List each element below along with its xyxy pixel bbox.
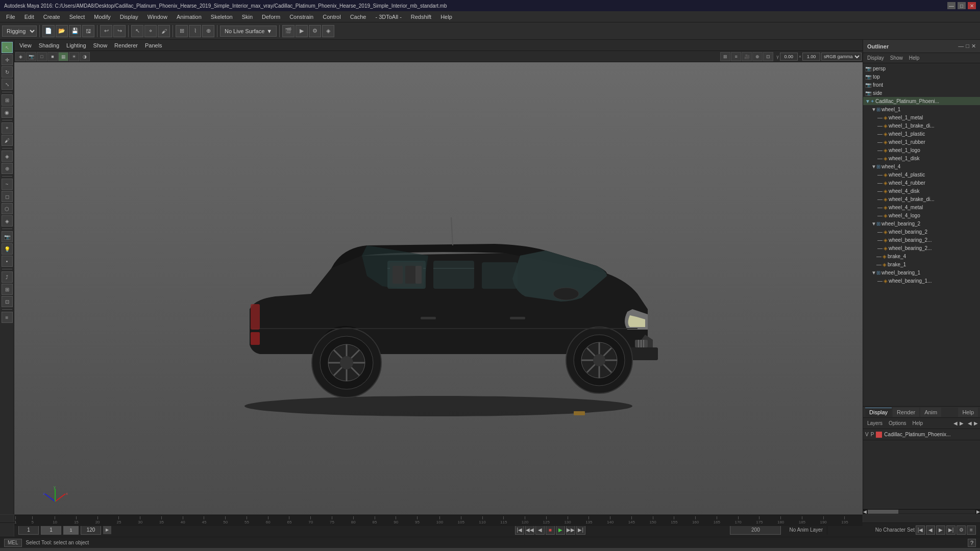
paint-select-btn[interactable]: 🖌	[2, 135, 13, 146]
lasso-tool-btn[interactable]: ⌖	[2, 122, 13, 134]
outliner-front[interactable]: 📷 front	[863, 81, 980, 89]
playback-end-input[interactable]	[730, 525, 781, 535]
menu-file[interactable]: File	[2, 13, 19, 21]
scrollbar-thumb[interactable]	[868, 510, 898, 514]
stop-btn[interactable]: ■	[546, 525, 555, 535]
subdiv-btn[interactable]: ◈	[2, 215, 13, 227]
char-set-2-btn[interactable]: ◀	[926, 525, 935, 535]
rotate-tool-btn[interactable]: ↻	[2, 66, 13, 78]
render-tab[interactable]: Render	[893, 408, 919, 417]
outliner-tab-display[interactable]: Display	[865, 55, 886, 61]
outliner-tree[interactable]: 📷 persp 📷 top 📷 front 📷 side ▼ ✦ Cadilla…	[863, 63, 980, 406]
new-file-btn[interactable]: 📄	[42, 25, 55, 37]
vp-select-all-btn[interactable]: ◈	[15, 52, 26, 61]
vp-shade-btn[interactable]: ◑	[80, 52, 90, 61]
menu-3dtall[interactable]: - 3DToAll -	[371, 13, 405, 21]
frame-end-arrow[interactable]: ▶	[103, 526, 111, 534]
char-set-settings-btn[interactable]: ⚙	[957, 525, 966, 535]
snap-curve-btn[interactable]: ⌇	[189, 25, 201, 37]
menu-skeleton[interactable]: Skeleton	[207, 13, 237, 21]
menu-animation[interactable]: Animation	[173, 13, 206, 21]
outliner-side[interactable]: 📷 side	[863, 89, 980, 97]
nav-left-btn[interactable]: ◀	[953, 420, 958, 426]
vp-wireframe-btn[interactable]: □	[37, 52, 47, 61]
live-surface-btn[interactable]: No Live Surface ▼	[220, 26, 277, 37]
menu-select[interactable]: Select	[65, 13, 89, 21]
status-help-btn[interactable]: ?	[968, 539, 976, 547]
outliner-wheel1-metal[interactable]: — ◈ wheel_1_metal	[863, 113, 980, 121]
vp-textured-btn[interactable]: ▦	[58, 52, 68, 61]
nav-right2-btn[interactable]: ▶	[974, 420, 978, 426]
outliner-wb2-3[interactable]: — ◈ wheel_bearing_2...	[863, 244, 980, 252]
outliner-wheel4-rubber[interactable]: — ◈ wheel_4_rubber	[863, 179, 980, 187]
move-tool-btn[interactable]: ✛	[2, 54, 13, 65]
gamma-mult-input[interactable]	[802, 53, 820, 61]
joint-btn[interactable]: •	[2, 256, 13, 267]
menu-skin[interactable]: Skin	[238, 13, 257, 21]
menu-help[interactable]: Help	[436, 13, 456, 21]
vp-light-btn[interactable]: ☀	[69, 52, 79, 61]
outliner-persp[interactable]: 📷 persp	[863, 64, 980, 72]
open-file-btn[interactable]: 📂	[56, 25, 68, 37]
script-mode-indicator[interactable]: MEL	[4, 539, 22, 547]
scroll-left-btn[interactable]: ◀	[863, 509, 867, 514]
snap-point-btn[interactable]: ⊕	[202, 25, 214, 37]
vp-menu-panels[interactable]: Panels	[142, 42, 165, 48]
lattice-btn[interactable]: ⊡	[2, 296, 13, 307]
menu-redshift[interactable]: Redshift	[407, 13, 435, 21]
poly-btn[interactable]: ⬡	[2, 203, 13, 214]
vp-menu-shading[interactable]: Shading	[36, 42, 62, 48]
select-btn[interactable]: ↖	[131, 25, 143, 37]
show-manip-btn[interactable]: ◈	[2, 151, 13, 162]
anim-tab[interactable]: Anim	[920, 408, 941, 417]
outliner-main-group[interactable]: ▼ ✦ Cadillac_Platinum_Phoeni...	[863, 97, 980, 105]
vp-solid-btn[interactable]: ■	[47, 52, 58, 61]
menu-control[interactable]: Control	[318, 13, 345, 21]
snap-grid-btn[interactable]: ⊞	[176, 25, 188, 37]
outliner-tab-help[interactable]: Help	[907, 55, 922, 61]
render-settings-btn[interactable]: ⚙	[309, 25, 321, 37]
outliner-wb2[interactable]: ▼ ⊞ wheel_bearing_2	[863, 219, 980, 228]
help-subtab[interactable]: Help	[910, 420, 925, 426]
lasso-btn[interactable]: ⌖	[144, 25, 157, 37]
select-tool-btn[interactable]: ↖	[2, 42, 13, 53]
undo-btn[interactable]: ↩	[100, 25, 112, 37]
options-subtab[interactable]: Options	[887, 420, 908, 426]
vp-grid-btn[interactable]: ⊞	[720, 52, 730, 61]
gamma-value-input[interactable]	[780, 53, 798, 61]
outliner-wheel4-plastic[interactable]: — ◈ wheel_4_plastic	[863, 170, 980, 179]
outliner-wheel4-brake[interactable]: — ◈ wheel_4_brake_di...	[863, 195, 980, 203]
vp-resolution-btn[interactable]: ⊡	[763, 52, 773, 61]
cluster-btn[interactable]: ⊞	[2, 284, 13, 295]
outliner-wheel1-brake[interactable]: — ◈ wheel_1_brake_di...	[863, 121, 980, 130]
scroll-right-btn[interactable]: ▶	[976, 509, 980, 514]
outliner-tab-show[interactable]: Show	[888, 55, 905, 61]
vp-menu-view[interactable]: View	[16, 42, 35, 48]
ik-handle-btn[interactable]: ⤴	[2, 271, 13, 283]
vp-hud-btn[interactable]: ≡	[731, 52, 741, 61]
paint-btn[interactable]: 🖌	[158, 25, 170, 37]
scale-tool-btn[interactable]: ⤡	[2, 79, 13, 90]
outliner-wb2-1[interactable]: — ◈ wheel_bearing_2	[863, 228, 980, 236]
mode-dropdown[interactable]: Rigging	[2, 26, 37, 37]
color-space-select[interactable]: sRGB gamma	[821, 53, 862, 61]
menu-edit[interactable]: Edit	[20, 13, 38, 21]
outliner-wheel4-metal[interactable]: — ◈ wheel_4_metal	[863, 203, 980, 211]
menu-cache[interactable]: Cache	[346, 13, 371, 21]
outliner-wheel4-disk[interactable]: — ◈ wheel_4_disk	[863, 187, 980, 195]
current-frame-start-input[interactable]	[18, 525, 39, 535]
nav-left2-btn[interactable]: ◀	[968, 420, 972, 426]
camera-btn[interactable]: 📷	[2, 231, 13, 242]
light-btn[interactable]: 💡	[2, 243, 13, 255]
layers-subtab[interactable]: Layers	[865, 420, 885, 426]
menu-deform[interactable]: Deform	[258, 13, 284, 21]
frame-end-input[interactable]	[81, 525, 101, 535]
menu-window[interactable]: Window	[143, 13, 172, 21]
outliner-wheel1-plastic[interactable]: — ◈ wheel_1_plastic	[863, 130, 980, 138]
outliner-wheel1-disk[interactable]: — ◈ wheel_1_disk	[863, 154, 980, 162]
outliner-brake4[interactable]: — ◈ brake_4	[863, 252, 980, 260]
render-btn[interactable]: 🎬	[282, 25, 295, 37]
redo-btn[interactable]: ↪	[113, 25, 126, 37]
transform-tool-btn[interactable]: ⊞	[2, 94, 13, 106]
outliner-wheel4[interactable]: ▼ ⊞ wheel_4	[863, 162, 980, 170]
